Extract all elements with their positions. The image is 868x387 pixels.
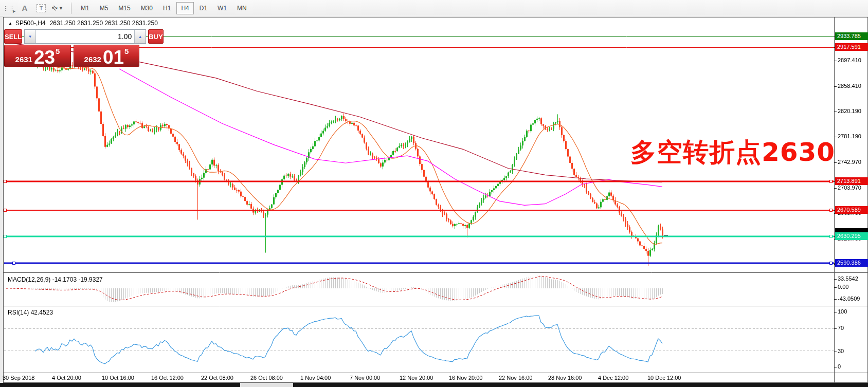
indicator-scale-label: 0	[838, 363, 841, 370]
chart-title: ▲SP500-,H42631.250 2631.250 2631.250 263…	[8, 20, 158, 27]
price-level-badge: 2713.891	[835, 177, 868, 185]
indicator-scale-label: -43.0509	[838, 296, 860, 302]
buy-price-small: 2632	[84, 55, 101, 64]
indicator-scale-label: 100	[838, 308, 847, 315]
date-tick-label: 4 Dec 12:00	[598, 375, 628, 381]
bottom-dock-light-segment[interactable]	[240, 383, 293, 387]
price-level-badge: 2630.295	[835, 232, 868, 240]
one-click-trading-panel: SELL ▼ ▲ BUY 2631 23 5 2632 01 5	[4, 29, 140, 67]
price-tick-label: 2858.410	[838, 83, 861, 89]
indicator-scale-label: 0.00	[838, 284, 848, 290]
buy-button[interactable]: BUY	[148, 29, 163, 44]
price-tick-label: 2781.190	[838, 133, 861, 139]
price-level-badge: 2670.589	[835, 206, 868, 214]
buy-price-sup: 5	[124, 47, 129, 56]
sell-button[interactable]: SELL	[4, 29, 22, 44]
buy-price-big: 01	[103, 49, 124, 66]
date-tick-label: 10 Dec 12:00	[647, 375, 681, 381]
indicator-scale-label: 30	[838, 348, 844, 354]
date-tick-label: 22 Nov 16:00	[499, 375, 532, 381]
date-tick-label: 7 Nov 00:00	[350, 375, 380, 381]
date-tick-label: 26 Oct 08:00	[250, 375, 283, 381]
date-tick-label: 10 Oct 16:00	[102, 375, 134, 381]
date-tick-label: 12 Nov 20:00	[400, 375, 433, 381]
mt4-terminal: { "toolbar": { "timeframes": ["M1","M5",…	[0, 0, 868, 387]
date-tick-label: 30 Sep 2018	[3, 375, 34, 381]
date-tick-label: 22 Oct 08:00	[201, 375, 233, 381]
volume-increase-button[interactable]: ▲	[134, 30, 146, 43]
sell-price-panel[interactable]: 2631 23 5	[4, 45, 71, 67]
date-tick-label: 28 Nov 16:00	[548, 375, 582, 381]
ohlc-values: 2631.250 2631.250 2631.250 2631.250	[50, 20, 158, 27]
sell-price-sup: 5	[56, 47, 60, 56]
date-tick-label: 1 Nov 04:00	[300, 375, 331, 381]
price-level-badge: 2590.386	[835, 259, 868, 267]
volume-stepper: ▼ ▲	[24, 29, 146, 44]
chart-annotation-text[interactable]: 多空转折点2630	[630, 135, 835, 170]
sell-price-small: 2631	[15, 55, 32, 64]
bottom-dock-strip[interactable]	[0, 383, 868, 387]
macd-indicator-label: MACD(12,26,9) -14.1703 -19.9327	[8, 276, 103, 283]
sell-price-big: 23	[34, 49, 55, 66]
volume-decrease-button[interactable]: ▼	[25, 30, 36, 43]
date-tick-label: 16 Nov 20:00	[449, 375, 482, 381]
price-level-badge: 2933.785	[835, 32, 868, 40]
price-tick-label: 2742.970	[838, 159, 861, 165]
collapse-arrow-icon[interactable]: ▲	[8, 21, 12, 26]
date-tick-label: 4 Oct 20:00	[52, 375, 81, 381]
date-tick-label: 16 Oct 12:00	[151, 375, 184, 381]
volume-input[interactable]	[36, 30, 134, 43]
rsi-indicator-label: RSI(14) 42.4523	[8, 309, 53, 316]
price-tick-label: 2820.190	[838, 108, 861, 114]
price-tick-label: 2703.970	[838, 185, 861, 191]
buy-price-panel[interactable]: 2632 01 5	[74, 45, 139, 67]
indicator-scale-label: 33.5542	[838, 275, 858, 282]
price-level-badge: 2917.591	[835, 43, 868, 51]
symbol-period-label: SP500-,H4	[15, 20, 46, 27]
indicator-scale-label: 70	[838, 325, 844, 331]
price-tick-label: 2897.410	[838, 57, 861, 63]
